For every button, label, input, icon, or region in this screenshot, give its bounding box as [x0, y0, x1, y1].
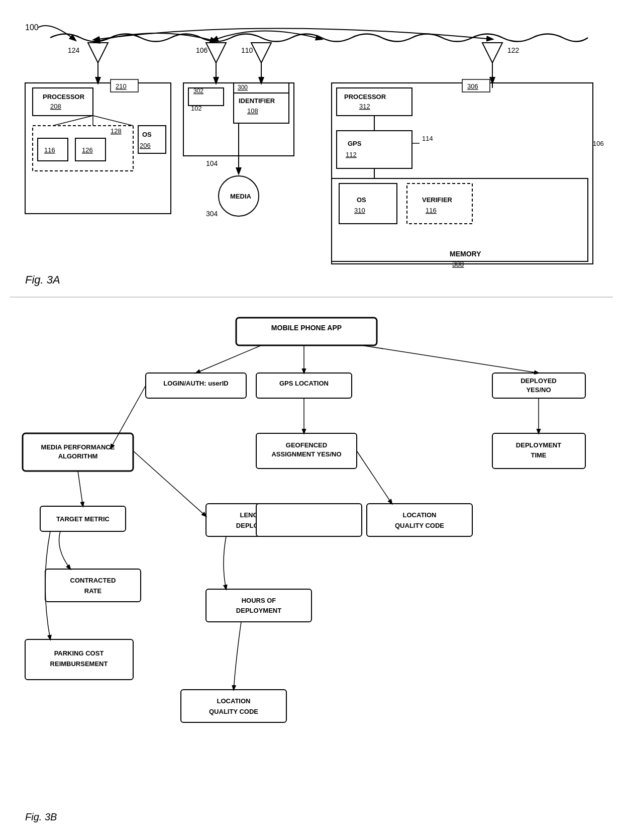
svg-text:110: 110	[241, 46, 253, 54]
svg-text:MEDIA: MEDIA	[230, 193, 252, 200]
svg-text:102: 102	[191, 105, 202, 112]
svg-text:PROCESSOR: PROCESSOR	[43, 93, 85, 101]
page-container: 100 124 106 110 122	[0, 0, 623, 840]
svg-rect-52	[462, 79, 490, 92]
svg-text:TARGET METRIC: TARGET METRIC	[56, 515, 110, 523]
svg-line-121	[78, 471, 83, 506]
svg-line-118	[357, 451, 392, 504]
svg-rect-29	[138, 126, 166, 153]
svg-text:128: 128	[111, 127, 122, 135]
svg-text:TIME: TIME	[531, 451, 546, 459]
svg-rect-35	[183, 83, 294, 156]
svg-text:ASSIGNMENT YES/NO: ASSIGNMENT YES/NO	[271, 450, 341, 458]
svg-marker-7	[482, 43, 502, 63]
svg-marker-1	[88, 43, 108, 63]
svg-text:OS: OS	[357, 196, 366, 204]
svg-text:LOGIN/AUTH: userID: LOGIN/AUTH: userID	[163, 380, 228, 387]
svg-text:108: 108	[247, 107, 258, 115]
svg-rect-90	[492, 433, 585, 469]
svg-line-122	[133, 451, 206, 516]
svg-rect-102	[45, 569, 141, 602]
svg-text:PARKING COST: PARKING COST	[54, 649, 104, 657]
svg-text:GEOFENCED: GEOFENCED	[286, 441, 327, 449]
svg-text:302: 302	[193, 87, 203, 95]
svg-rect-54	[337, 88, 412, 116]
svg-text:206: 206	[140, 142, 151, 149]
svg-rect-51	[332, 83, 593, 264]
svg-text:LOCATION: LOCATION	[403, 511, 437, 519]
fig3a-container: 100 124 106 110 122	[10, 10, 613, 292]
svg-text:IDENTIFIER: IDENTIFIER	[239, 97, 275, 105]
svg-line-116	[362, 345, 539, 373]
svg-text:QUALITY CODE: QUALITY CODE	[209, 708, 258, 715]
svg-rect-25	[38, 138, 68, 161]
svg-text:QUALITY CODE: QUALITY CODE	[395, 522, 444, 529]
svg-rect-36	[188, 88, 224, 106]
svg-rect-57	[337, 131, 412, 168]
svg-text:MEMORY: MEMORY	[450, 250, 481, 258]
fig3b-container: MOBILE PHONE APP LOGIN/AUTH: userID GPS …	[10, 308, 613, 840]
svg-line-33	[53, 116, 93, 126]
svg-text:112: 112	[346, 151, 357, 158]
svg-text:REIMBURSEMENT: REIMBURSEMENT	[50, 660, 108, 668]
svg-text:106: 106	[196, 46, 208, 54]
svg-rect-111	[181, 690, 286, 722]
svg-text:DEPLOYMENT: DEPLOYMENT	[236, 607, 281, 614]
svg-text:306: 306	[467, 82, 478, 90]
svg-text:Fig. 3B: Fig. 3B	[25, 811, 57, 822]
svg-text:100: 100	[25, 23, 39, 32]
svg-text:300: 300	[238, 84, 248, 91]
svg-text:124: 124	[68, 46, 80, 54]
svg-text:104: 104	[206, 159, 218, 167]
svg-text:YES/NO: YES/NO	[526, 386, 551, 394]
svg-text:310: 310	[354, 207, 365, 214]
fig3a-label: Fig. 3A	[25, 273, 60, 287]
svg-rect-39	[234, 83, 289, 123]
svg-text:OS: OS	[142, 131, 152, 138]
svg-text:116: 116	[44, 146, 55, 154]
svg-rect-17	[25, 83, 171, 214]
svg-text:LOCATION: LOCATION	[217, 697, 251, 705]
svg-rect-98	[256, 504, 362, 536]
svg-rect-99	[367, 504, 472, 536]
svg-text:116: 116	[426, 207, 437, 214]
svg-marker-3	[206, 43, 226, 63]
svg-text:312: 312	[359, 103, 370, 110]
svg-rect-65	[339, 183, 397, 224]
svg-rect-20	[33, 88, 93, 116]
svg-text:126: 126	[82, 146, 93, 154]
svg-text:208: 208	[50, 103, 61, 110]
svg-text:CONTRACTED: CONTRACTED	[70, 577, 116, 584]
svg-point-46	[219, 176, 259, 216]
svg-text:PROCESSOR: PROCESSOR	[344, 93, 386, 101]
svg-rect-40	[234, 83, 289, 93]
svg-rect-105	[206, 589, 312, 622]
svg-rect-23	[33, 126, 133, 171]
svg-text:MEDIA PERFORMANCE: MEDIA PERFORMANCE	[41, 443, 115, 451]
svg-rect-18	[111, 79, 138, 92]
svg-text:308: 308	[452, 260, 464, 268]
svg-text:RATE: RATE	[84, 587, 102, 595]
svg-text:122: 122	[507, 46, 520, 54]
svg-line-34	[93, 116, 133, 126]
svg-marker-5	[251, 43, 271, 63]
svg-line-114	[196, 345, 261, 373]
section-divider	[10, 297, 613, 298]
svg-text:MOBILE PHONE APP: MOBILE PHONE APP	[271, 324, 342, 332]
svg-text:GPS LOCATION: GPS LOCATION	[279, 380, 329, 387]
svg-text:106: 106	[593, 140, 604, 147]
svg-rect-27	[75, 138, 106, 161]
svg-text:210: 210	[116, 82, 127, 90]
svg-text:DEPLOYMENT: DEPLOYMENT	[516, 441, 561, 449]
svg-text:ALGORITHM: ALGORITHM	[58, 452, 98, 460]
svg-text:304: 304	[206, 210, 218, 218]
svg-text:HOURS OF: HOURS OF	[242, 597, 276, 604]
svg-text:114: 114	[422, 135, 433, 142]
svg-rect-62	[332, 178, 588, 261]
svg-rect-108	[25, 639, 133, 680]
svg-text:DEPLOYED: DEPLOYED	[521, 377, 557, 385]
svg-rect-68	[407, 183, 472, 224]
svg-text:GPS: GPS	[348, 140, 362, 147]
svg-text:VERIFIER: VERIFIER	[422, 196, 453, 204]
